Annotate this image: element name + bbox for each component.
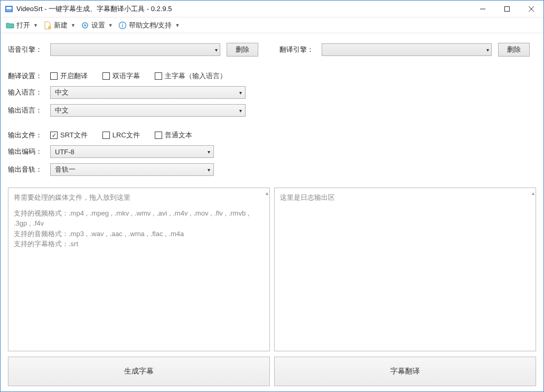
folder-open-icon — [6, 21, 14, 30]
svg-rect-4 — [505, 6, 510, 11]
info-icon: i — [118, 21, 127, 30]
svg-point-9 — [84, 24, 86, 26]
checkbox-icon — [50, 72, 58, 80]
txt-checkbox[interactable]: 普通文本 — [155, 130, 192, 140]
output-encoding-select[interactable]: UTF-8▾ — [50, 145, 214, 158]
chevron-down-icon: ▾ — [239, 90, 242, 96]
open-label: 打开 — [16, 21, 30, 30]
caret-down-icon: ▼ — [108, 23, 113, 28]
generate-sub-button[interactable]: 生成字幕 — [8, 357, 270, 386]
drop-hint-2: 支持的视频格式：.mp4 , .mpeg , .mkv , .wmv , .av… — [14, 208, 264, 229]
caret-down-icon: ▼ — [33, 23, 38, 28]
output-lang-label: 输出语言： — [8, 106, 50, 115]
chevron-down-icon: ▾ — [208, 167, 210, 173]
speech-engine-label: 语音引擎： — [8, 45, 50, 54]
scroll-up-icon: ▴ — [532, 189, 534, 197]
settings-menu[interactable]: 设置 ▼ — [79, 19, 115, 32]
log-panel: ▴ 这里是日志输出区 — [274, 188, 536, 351]
main-subtitle-checkbox[interactable]: 主字幕（输入语言） — [155, 71, 227, 81]
srt-checkbox[interactable]: SRT文件 — [50, 130, 88, 140]
toolbar: 打开 ▼ 新建 ▼ 设置 ▼ i 帮助文档/支持 ▼ — [1, 17, 543, 33]
bilingual-checkbox[interactable]: 双语字幕 — [102, 71, 140, 81]
translate-engine-label: 翻译引擎： — [279, 45, 322, 54]
drop-hint-1: 将需要处理的媒体文件，拖入放到这里 — [14, 192, 264, 203]
lrc-checkbox[interactable]: LRC文件 — [102, 130, 140, 140]
log-text: 这里是日志输出区 — [280, 192, 530, 203]
input-lang-select[interactable]: 中文▾ — [50, 86, 246, 99]
window-title: VideoSrt - 一键字幕生成、字幕翻译小工具 - 0.2.9.5 — [16, 4, 471, 14]
checkbox-icon — [102, 132, 110, 139]
chevron-down-icon: ▾ — [208, 149, 210, 155]
svg-point-7 — [48, 26, 51, 29]
app-icon — [5, 5, 13, 13]
settings-label: 设置 — [91, 21, 105, 30]
output-file-label: 输出文件： — [8, 130, 50, 140]
output-encoding-label: 输出编码： — [8, 147, 50, 156]
help-label: 帮助文档/支持 — [129, 21, 172, 30]
input-lang-label: 输入语言： — [8, 88, 50, 97]
output-track-select[interactable]: 音轨一▾ — [50, 163, 214, 176]
scroll-up-icon: ▴ — [266, 189, 268, 197]
caret-down-icon: ▼ — [175, 23, 180, 28]
gear-icon — [81, 21, 89, 30]
caret-down-icon: ▼ — [71, 23, 76, 28]
new-menu[interactable]: 新建 ▼ — [41, 19, 78, 32]
chevron-down-icon: ▾ — [215, 47, 218, 53]
checkbox-icon — [155, 132, 162, 139]
checkbox-icon — [155, 72, 162, 80]
checkbox-checked-icon — [50, 132, 58, 139]
minimize-button[interactable] — [471, 1, 495, 17]
translate-engine-delete-button[interactable]: 删除 — [498, 43, 530, 57]
close-button[interactable] — [519, 1, 543, 17]
speech-engine-delete-button[interactable]: 删除 — [227, 43, 258, 57]
svg-rect-2 — [6, 10, 12, 11]
maximize-button[interactable] — [495, 1, 519, 17]
chevron-down-icon: ▾ — [239, 108, 242, 114]
new-label: 新建 — [54, 21, 68, 30]
speech-engine-select[interactable]: ▾ — [50, 43, 220, 56]
translate-sub-button[interactable]: 字幕翻译 — [274, 357, 536, 386]
help-menu[interactable]: i 帮助文档/支持 ▼ — [116, 19, 182, 32]
svg-text:i: i — [121, 23, 123, 29]
enable-translate-checkbox[interactable]: 开启翻译 — [50, 71, 88, 81]
output-lang-select[interactable]: 中文▾ — [50, 104, 246, 117]
output-track-label: 输出音轨： — [8, 165, 50, 174]
drop-hint-4: 支持的字幕格式：.srt — [14, 239, 264, 249]
open-menu[interactable]: 打开 ▼ — [4, 19, 40, 32]
titlebar: VideoSrt - 一键字幕生成、字幕翻译小工具 - 0.2.9.5 — [1, 1, 543, 17]
translate-engine-select[interactable]: ▾ — [322, 43, 492, 56]
drop-hint-3: 支持的音频格式：.mp3 , .wav , .aac , .wma , .fla… — [14, 229, 264, 239]
new-file-icon — [43, 21, 52, 30]
media-drop-panel[interactable]: ▴ 将需要处理的媒体文件，拖入放到这里 支持的视频格式：.mp4 , .mpeg… — [8, 188, 270, 351]
checkbox-icon — [102, 72, 110, 80]
translate-settings-label: 翻译设置： — [8, 71, 50, 81]
chevron-down-icon: ▾ — [486, 47, 489, 53]
